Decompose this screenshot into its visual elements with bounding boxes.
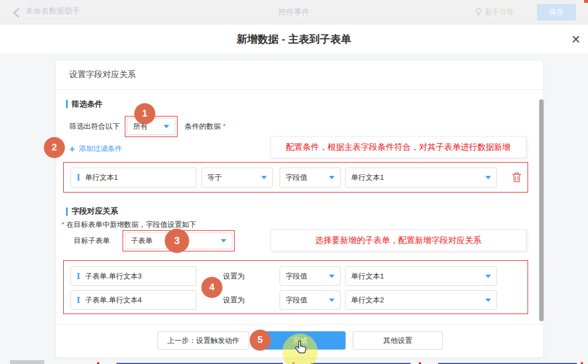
settings-panel: 设置字段对应关系 筛选条件 1 筛选出符合以下 所有 条件的数据 * 2 + 添… (55, 60, 544, 358)
annotation-badge-3: 3 (165, 229, 189, 253)
mapping-value: 单行文本1 (351, 271, 384, 281)
condition-value-type-dropdown[interactable]: 字段值 (280, 168, 341, 188)
add-filter-condition-link[interactable]: + 添加过滤条件 (69, 144, 122, 154)
beginner-guide-label: 新手引导 (485, 7, 514, 17)
mapping-section-title: 字段对应关系 (72, 206, 118, 216)
mapping-rows-annotation-box: I 子表单.单行文本3 设置为 字段值 单行文本1 I 子表单.单行文本4 设置 (63, 260, 528, 314)
condition-field-input[interactable]: I 单行文本1 (70, 168, 196, 188)
condition-field-name: 单行文本1 (85, 173, 118, 183)
target-subform-value: 子表单 (131, 236, 153, 246)
lightbulb-icon (475, 8, 482, 17)
chevron-down-icon (329, 275, 334, 278)
delete-condition-trash-icon[interactable] (512, 172, 521, 183)
condition-value-dropdown[interactable]: 单行文本1 (345, 168, 497, 188)
section-accent-bar (66, 100, 68, 108)
plus-icon: + (69, 144, 75, 154)
mapping-value-dropdown[interactable]: 单行文本1 (345, 266, 497, 286)
annotation-badge-1: 1 (134, 103, 155, 124)
prev-step-button[interactable]: 上一步：设置触发动作 (158, 331, 249, 350)
annotation-badge-4: 4 (201, 277, 222, 298)
other-settings-button[interactable]: 其他设置 (353, 331, 443, 350)
filter-section-title: 筛选条件 (72, 99, 103, 109)
chevron-down-icon (221, 239, 226, 242)
set-to-label: 设置为 (223, 266, 245, 286)
section-accent-bar (66, 208, 68, 216)
mapping-callout-tooltip: 选择要新增的子表单，配置新增字段对应关系 (270, 229, 526, 251)
required-asterisk: * (223, 122, 226, 130)
mapping-value-type: 字段值 (286, 295, 307, 305)
close-icon[interactable]: × (571, 32, 580, 47)
scrollbar-thumb[interactable] (539, 99, 544, 321)
text-field-icon: I (77, 173, 80, 182)
condition-value: 单行文本1 (351, 173, 384, 183)
filter-row-annotation-box: I 单行文本1 等于 字段值 单行文本1 (63, 162, 528, 193)
mapping-field-name: 子表单.单行文本4 (85, 295, 142, 305)
back-chevron-icon[interactable] (12, 8, 20, 18)
mapping-field-input[interactable]: I 子表单.单行文本4 (70, 290, 196, 310)
screen: 未命名数据助手 控件事件 新手引导 保存 新增数据 - 主表到子表单 × 设置字… (0, 0, 588, 364)
dialog-header: 新增数据 - 主表到子表单 × (0, 24, 588, 54)
annotation-badge-5: 5 (250, 330, 271, 351)
top-bar: 未命名数据助手 控件事件 新手引导 保存 (0, 0, 588, 24)
dialog-title: 新增数据 - 主表到子表单 (237, 32, 352, 47)
condition-operator-value: 等于 (207, 173, 222, 183)
beginner-guide-link[interactable]: 新手引导 (475, 7, 514, 17)
dialog-body: 设置字段对应关系 筛选条件 1 筛选出符合以下 所有 条件的数据 * 2 + 添… (0, 54, 588, 364)
set-to-label: 设置为 (223, 290, 245, 310)
chevron-down-icon (485, 299, 491, 302)
filter-line-prefix: 筛选出符合以下 (69, 117, 120, 136)
text-field-icon: I (77, 272, 80, 281)
chevron-down-icon (164, 125, 169, 128)
back-nav[interactable]: 未命名数据助手 (12, 6, 80, 19)
target-subform-label: 目标子表单 (74, 230, 110, 251)
hand-cursor-icon (293, 340, 308, 357)
chevron-down-icon (329, 176, 334, 179)
save-button[interactable]: 保存 (537, 4, 576, 21)
mapping-value-type-dropdown[interactable]: 字段值 (280, 266, 341, 286)
filter-line-suffix: 条件的数据 * (185, 117, 226, 136)
mapping-value-dropdown[interactable]: 单行文本2 (345, 290, 497, 310)
cutoff-corner-artifact (584, 0, 588, 3)
condition-operator-dropdown[interactable]: 等于 (201, 168, 273, 188)
mapping-field-name: 子表单.单行文本3 (85, 271, 142, 281)
condition-value-type: 字段值 (286, 173, 307, 183)
chevron-down-icon (261, 176, 267, 179)
chevron-down-icon (329, 299, 334, 302)
panel-header-divider (56, 89, 543, 90)
filter-callout-tooltip: 配置条件，根据主表字段条件符合，对其子表单进行数据新增 (270, 136, 526, 158)
cutoff-content-strip (10, 360, 44, 364)
mapping-value-type: 字段值 (286, 271, 307, 281)
chevron-down-icon (485, 275, 491, 278)
page-title: 控件事件 (278, 7, 310, 17)
mapping-value-type-dropdown[interactable]: 字段值 (280, 290, 341, 310)
mapping-value: 单行文本2 (351, 295, 384, 305)
annotation-badge-2: 2 (44, 137, 65, 158)
assistant-title[interactable]: 未命名数据助手 (26, 6, 80, 19)
text-field-icon: I (77, 296, 80, 305)
panel-header: 设置字段对应关系 (69, 69, 136, 80)
add-filter-label: 添加过滤条件 (79, 144, 122, 154)
footer-divider (56, 324, 543, 325)
required-asterisk: * (62, 220, 64, 229)
chevron-down-icon (485, 176, 491, 179)
mapping-field-input[interactable]: I 子表单.单行文本3 (70, 266, 196, 286)
